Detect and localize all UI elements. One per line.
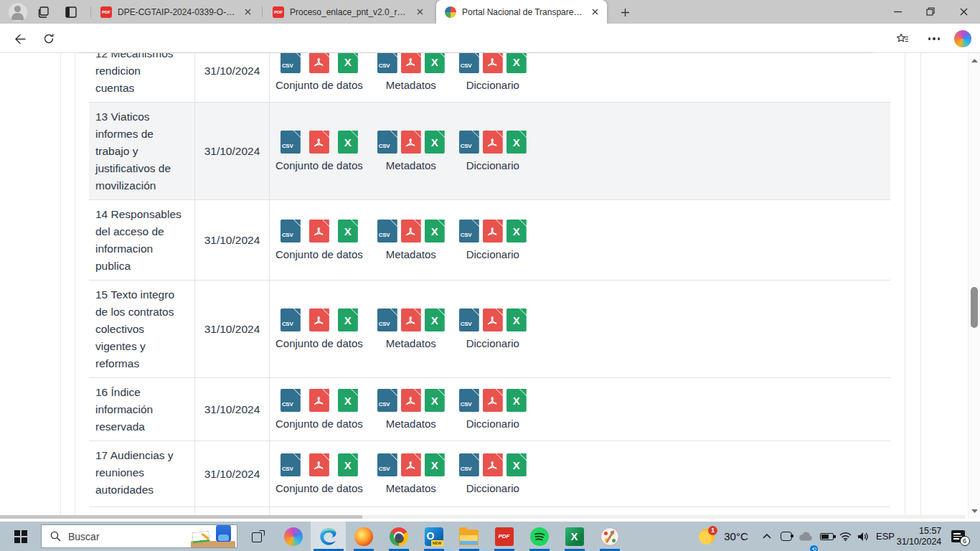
pdf-download-icon[interactable] bbox=[483, 131, 503, 154]
taskbar-edge-button[interactable] bbox=[311, 522, 346, 551]
pdf-download-icon[interactable] bbox=[309, 53, 329, 73]
pdf-download-icon[interactable] bbox=[483, 389, 503, 412]
tab-close-icon[interactable] bbox=[589, 6, 601, 18]
csv-download-icon[interactable]: CSV bbox=[377, 389, 397, 412]
excel-download-icon[interactable]: X bbox=[507, 309, 527, 331]
meet-now-icon[interactable] bbox=[778, 522, 795, 551]
excel-download-icon[interactable]: X bbox=[507, 389, 527, 412]
taskbar-file-explorer-button[interactable] bbox=[451, 522, 486, 551]
copilot-icon[interactable] bbox=[953, 29, 973, 49]
excel-download-icon[interactable]: X bbox=[425, 453, 445, 476]
task-view-button[interactable] bbox=[240, 522, 275, 551]
wifi-icon[interactable] bbox=[837, 522, 854, 551]
profile-avatar[interactable] bbox=[9, 3, 27, 22]
pdf-download-icon[interactable] bbox=[401, 53, 421, 73]
refresh-button[interactable] bbox=[39, 29, 59, 49]
tab-close-icon[interactable] bbox=[242, 6, 254, 18]
notification-center-button[interactable]: 6 bbox=[947, 522, 969, 551]
close-window-button[interactable] bbox=[947, 0, 980, 23]
csv-download-icon[interactable]: CSV bbox=[459, 389, 479, 412]
horizontal-scrollbar[interactable] bbox=[0, 515, 966, 519]
excel-download-icon[interactable]: X bbox=[338, 131, 358, 154]
csv-download-icon[interactable]: CSV bbox=[377, 53, 397, 73]
excel-download-icon[interactable]: X bbox=[507, 220, 527, 242]
start-button[interactable] bbox=[0, 522, 41, 551]
pdf-download-icon[interactable] bbox=[401, 453, 421, 476]
tab-close-icon[interactable] bbox=[414, 6, 426, 18]
taskbar-paint-button[interactable] bbox=[592, 522, 627, 551]
weather-widget-icon[interactable]: 1 bbox=[697, 522, 716, 551]
taskbar-search-input[interactable]: Buscar bbox=[41, 524, 237, 548]
battery-icon[interactable] bbox=[817, 522, 836, 551]
csv-download-icon[interactable]: CSV bbox=[459, 309, 479, 331]
tab-pdf-2[interactable]: PDF Proceso_enlace_pnt_v2.0_réplica_ bbox=[264, 0, 432, 24]
pdf-download-icon[interactable] bbox=[401, 309, 421, 331]
taskbar-spotify-button[interactable] bbox=[522, 522, 557, 551]
clock[interactable]: 15:5731/10/2024 bbox=[895, 522, 943, 551]
csv-download-icon[interactable]: CSV bbox=[281, 309, 301, 331]
volume-icon[interactable] bbox=[854, 522, 872, 551]
pdf-download-icon[interactable] bbox=[401, 131, 421, 154]
back-button[interactable] bbox=[10, 29, 30, 49]
scroll-down-arrow[interactable] bbox=[970, 507, 979, 516]
excel-download-icon[interactable]: X bbox=[338, 453, 358, 476]
tab-portal-active[interactable]: Portal Nacional de Transparencia bbox=[436, 0, 607, 24]
tab-actions-icon[interactable] bbox=[62, 3, 80, 22]
excel-download-icon[interactable]: X bbox=[338, 220, 358, 242]
excel-download-icon[interactable]: X bbox=[425, 220, 445, 242]
pdf-download-icon[interactable] bbox=[309, 220, 329, 242]
search-highlight-illustration[interactable] bbox=[191, 524, 235, 547]
new-tab-button[interactable] bbox=[616, 4, 634, 20]
workspaces-icon[interactable] bbox=[34, 3, 53, 22]
pdf-download-icon[interactable] bbox=[483, 309, 503, 331]
minimize-button[interactable] bbox=[881, 0, 914, 23]
csv-download-icon[interactable]: CSV bbox=[377, 453, 397, 476]
language-indicator[interactable]: ESP bbox=[874, 522, 897, 551]
excel-download-icon[interactable]: X bbox=[338, 309, 358, 331]
pdf-download-icon[interactable] bbox=[483, 53, 503, 73]
taskbar-excel-button[interactable]: X bbox=[557, 522, 592, 551]
excel-download-icon[interactable]: X bbox=[425, 389, 445, 412]
restore-button[interactable] bbox=[914, 0, 947, 23]
hidden-icons-chevron[interactable] bbox=[759, 522, 775, 551]
tab-pdf-1[interactable]: PDF DPE-CGTAIP-2024-0339-O-directri bbox=[92, 0, 260, 24]
pdf-download-icon[interactable] bbox=[483, 453, 503, 476]
csv-download-icon[interactable]: CSV bbox=[281, 131, 301, 154]
excel-download-icon[interactable]: X bbox=[425, 53, 445, 73]
favorites-hub-icon[interactable] bbox=[892, 29, 913, 49]
pdf-download-icon[interactable] bbox=[309, 131, 329, 154]
csv-download-icon[interactable]: CSV bbox=[281, 389, 301, 412]
temperature-label[interactable]: 30°C bbox=[720, 522, 752, 551]
excel-download-icon[interactable]: X bbox=[507, 131, 527, 154]
scroll-up-arrow[interactable] bbox=[970, 55, 979, 65]
excel-download-icon[interactable]: X bbox=[425, 309, 445, 331]
csv-download-icon[interactable]: CSV bbox=[459, 220, 479, 242]
vertical-scrollbar[interactable] bbox=[968, 53, 980, 519]
taskbar-copilot-button[interactable] bbox=[275, 522, 311, 551]
settings-menu-icon[interactable] bbox=[924, 29, 944, 49]
excel-download-icon[interactable]: X bbox=[507, 453, 527, 476]
csv-download-icon[interactable]: CSV bbox=[459, 53, 479, 73]
taskbar-outlook-button[interactable]: ONEW bbox=[416, 522, 451, 551]
excel-download-icon[interactable]: X bbox=[507, 53, 527, 73]
pdf-download-icon[interactable] bbox=[401, 220, 421, 242]
csv-download-icon[interactable]: CSV bbox=[459, 131, 479, 154]
pdf-download-icon[interactable] bbox=[401, 389, 421, 412]
csv-download-icon[interactable]: CSV bbox=[281, 53, 301, 73]
csv-download-icon[interactable]: CSV bbox=[377, 220, 397, 242]
onedrive-icon[interactable]: ⟲ bbox=[796, 522, 815, 551]
csv-download-icon[interactable]: CSV bbox=[377, 131, 397, 154]
vertical-scrollbar-thumb[interactable] bbox=[971, 287, 978, 328]
taskbar-pdf-app-button[interactable]: PDF bbox=[486, 522, 522, 551]
excel-download-icon[interactable]: X bbox=[425, 131, 445, 154]
pdf-download-icon[interactable] bbox=[309, 453, 329, 476]
excel-download-icon[interactable]: X bbox=[338, 389, 358, 412]
excel-download-icon[interactable]: X bbox=[338, 53, 358, 73]
csv-download-icon[interactable]: CSV bbox=[281, 453, 301, 476]
pdf-download-icon[interactable] bbox=[309, 389, 329, 412]
csv-download-icon[interactable]: CSV bbox=[459, 453, 479, 476]
taskbar-firefox-button[interactable] bbox=[346, 522, 381, 551]
csv-download-icon[interactable]: CSV bbox=[281, 220, 301, 242]
horizontal-scrollbar-thumb[interactable] bbox=[0, 515, 362, 519]
csv-download-icon[interactable]: CSV bbox=[377, 309, 397, 331]
